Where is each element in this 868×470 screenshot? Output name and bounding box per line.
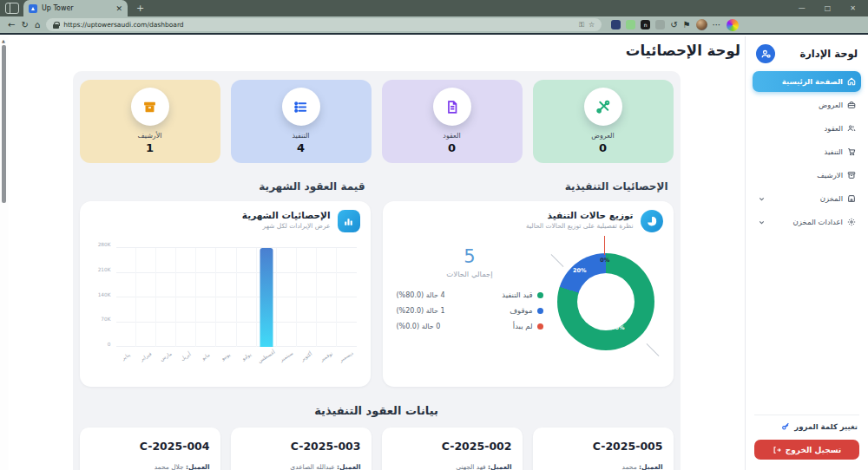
browser-tabstrip: Up Tower ✕ + — □ ✕: [0, 0, 868, 16]
browser-tab[interactable]: Up Tower ✕: [23, 0, 128, 16]
home-icon[interactable]: ⌂: [35, 21, 40, 29]
stat-card-offers[interactable]: العروض 0: [533, 80, 674, 163]
contract-number: C-2025-005: [543, 440, 663, 453]
chart-slot: [175, 248, 195, 347]
total-cases-label: إجمالي الحالات: [397, 270, 543, 278]
legend-dot: [537, 308, 543, 314]
chart-slot: [256, 248, 276, 347]
store-icon: [847, 194, 856, 203]
monthly-value-section: قيمة العقود الشهرية الإحصائيات الشهرية ع…: [80, 179, 371, 387]
stat-value: 0: [389, 141, 516, 154]
chevron-down-icon[interactable]: [758, 195, 766, 203]
stat-value: 0: [540, 141, 667, 154]
firefox-view-icon[interactable]: [5, 3, 19, 14]
archive-box-icon: [131, 88, 169, 126]
window-maximize-icon[interactable]: □: [825, 4, 832, 12]
tab-title: Up Tower: [42, 4, 111, 12]
y-axis-tick: 280K: [98, 242, 111, 247]
window-close-icon[interactable]: ✕: [850, 4, 856, 12]
stat-label: التنفيذ: [238, 132, 365, 140]
scroll-up-icon[interactable]: ▲: [2, 38, 5, 43]
extension-icon[interactable]: [626, 20, 635, 29]
logout-button[interactable]: تسجيل الخروج: [754, 440, 859, 460]
sync-icon[interactable]: ↺: [670, 21, 677, 29]
x-axis-label: نوفمبر: [319, 350, 333, 362]
document-icon: [433, 88, 471, 126]
new-tab-button[interactable]: +: [136, 3, 144, 14]
sidebar-item-archive[interactable]: الارشيف: [753, 165, 861, 186]
password-key-icon[interactable]: ⚿: [579, 21, 584, 29]
sidebar-item-warehouse[interactable]: المخزن: [753, 188, 861, 209]
chart-slot: [336, 248, 356, 347]
sidebar-item-home[interactable]: الصفحة الرئيسية: [753, 71, 861, 92]
archive-icon: [847, 171, 856, 180]
section-heading: قيمة العقود الشهرية: [85, 180, 365, 193]
window-minimize-icon[interactable]: —: [799, 4, 806, 12]
stat-card-archive[interactable]: الأرشيف 1: [80, 80, 220, 163]
account-avatar[interactable]: [727, 19, 739, 31]
sidebar-item-execution[interactable]: التنفيذ: [753, 141, 861, 162]
scrollbar-thumb[interactable]: [2, 45, 6, 203]
overflow-menu-icon[interactable]: ⋯: [713, 21, 721, 29]
profile-avatar[interactable]: [696, 19, 707, 30]
sidebar-item-warehouse-settings[interactable]: اعدادات المخزن: [753, 212, 861, 232]
tab-close-icon[interactable]: ✕: [115, 4, 122, 13]
browser-toolbar: ← ↻ ⌂ https://uptowersaudi.com/dashboard…: [0, 16, 868, 35]
x-axis-label: فبراير: [140, 351, 153, 362]
admin-sidebar: لوحة الإدارة الصفحة الرئيسية العروض العق…: [745, 36, 868, 470]
y-axis-tick: 140K: [98, 292, 111, 297]
tools-icon: [584, 88, 622, 126]
chart-slot: [116, 248, 135, 347]
extension-icon[interactable]: [611, 20, 621, 29]
extension-icon[interactable]: [655, 20, 665, 29]
x-axis-label: يناير: [121, 352, 131, 361]
y-axis-tick: 70K: [101, 317, 110, 322]
chart-slot: [135, 248, 155, 347]
y-axis-tick: 210K: [98, 267, 111, 272]
leader-line: [646, 343, 659, 356]
chart-slot: [296, 248, 316, 347]
stat-card-contracts[interactable]: العقود 0: [382, 80, 523, 163]
bar-أغسطس: [260, 248, 273, 347]
slice-label-20: 20%: [573, 267, 587, 274]
y-axis-tick: 0: [108, 342, 111, 347]
back-icon[interactable]: ←: [8, 21, 15, 29]
status-donut-chart: 80% 20% 0%: [554, 253, 654, 354]
slice-label-0: 0%: [600, 257, 609, 264]
section-heading: الإحصائيات التنفيذية: [388, 180, 668, 193]
list-icon: [282, 88, 320, 126]
vertical-scrollbar[interactable]: ▲: [0, 36, 9, 470]
offers-icon: [847, 101, 856, 109]
x-axis-label: أبريل: [180, 351, 192, 362]
stat-value: 1: [87, 141, 214, 154]
bar-chart-icon: [338, 210, 360, 232]
contract-card[interactable]: C-2025-002 العميل: فهد الجهني: [382, 428, 523, 470]
sidebar-item-contracts[interactable]: العقود: [753, 118, 861, 139]
executive-stats-section: الإحصائيات التنفيذية توزيع حالات التنفيذ…: [383, 179, 674, 387]
contract-number: C-2025-004: [90, 440, 210, 453]
x-axis-label: يونيو: [220, 352, 231, 362]
reload-icon[interactable]: ↻: [21, 21, 28, 29]
x-axis-label: سبتمبر: [279, 350, 293, 362]
contract-card[interactable]: C-2025-005 العميل: محمد: [533, 428, 674, 470]
chevron-down-icon[interactable]: [758, 219, 766, 226]
dashboard-container: العروض 0 العقود 0 التنفيذ: [73, 71, 681, 470]
change-password-link[interactable]: تغيير كلمة المرور: [746, 415, 868, 438]
url-text: https://uptowersaudi.com/dashboard: [63, 21, 575, 29]
x-axis-label: مارس: [159, 351, 173, 362]
slice-label-80: 80%: [611, 324, 625, 331]
pie-chart-icon: [641, 210, 663, 232]
contract-card[interactable]: C-2025-004 العميل: جلال محمد: [80, 428, 220, 470]
sidebar-item-offers[interactable]: العروض: [753, 95, 861, 115]
x-axis-label: مايو: [201, 352, 211, 361]
legend-row-in-progress: قيد التنفيذ 4 حالة (80.0%): [397, 290, 543, 299]
bookmark-star-icon[interactable]: ☆: [589, 21, 595, 29]
stat-label: العقود: [389, 132, 516, 140]
url-bar[interactable]: https://uptowersaudi.com/dashboard ⚿ ☆: [46, 18, 602, 31]
contract-card[interactable]: C-2025-003 العميل: عبدالله الصاعدي: [231, 428, 372, 470]
x-axis-label: أغسطس: [257, 349, 276, 364]
bookmarks-flag-icon[interactable]: ⚑: [683, 21, 691, 29]
stat-card-execution[interactable]: التنفيذ 4: [231, 80, 372, 163]
extension-icon[interactable]: n: [641, 20, 650, 29]
chart-slot: [236, 248, 256, 347]
